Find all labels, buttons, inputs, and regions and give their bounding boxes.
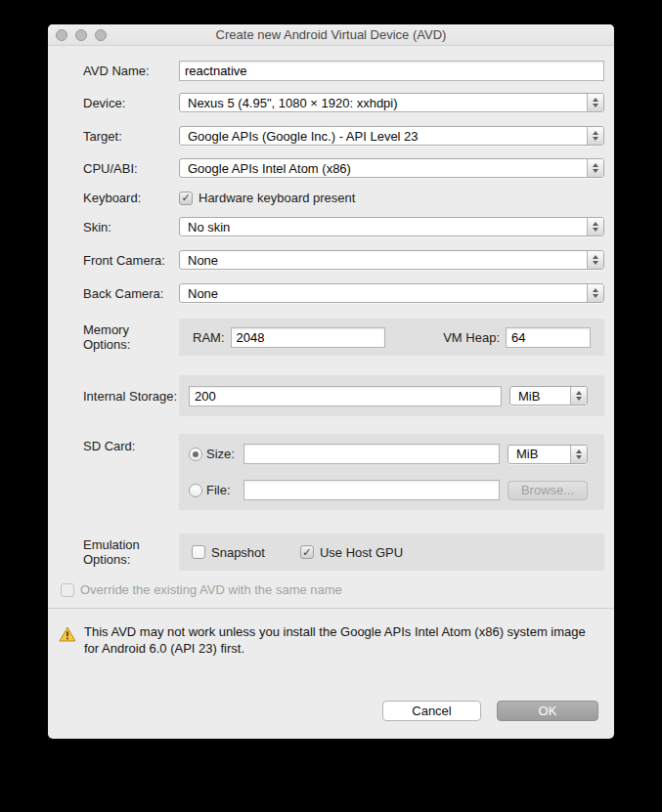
hardware-keyboard-checkbox-label: Hardware keyboard present	[199, 191, 355, 205]
internal-storage-label: Internal Storage:	[48, 389, 179, 404]
snapshot-group: Snapshot	[192, 545, 265, 560]
sd-size-unit-value: MiB	[508, 447, 570, 461]
chevron-updown-icon	[587, 159, 603, 177]
titlebar[interactable]: Create new Android Virtual Device (AVD)	[48, 24, 614, 46]
target-select-value: Google APIs (Google Inc.) - API Level 23	[180, 129, 587, 144]
device-row: Device: Nexus 5 (4.95", 1080 × 1920: xxh…	[48, 93, 614, 112]
back-camera-control: None	[179, 283, 604, 303]
cpu-abi-select[interactable]: Google APIs Intel Atom (x86)	[179, 158, 604, 178]
chevron-updown-icon	[587, 127, 603, 145]
avd-name-label: AVD Name:	[48, 64, 179, 78]
emulation-options-row: Emulation Options: Snapshot Use Host GPU	[48, 534, 614, 571]
sd-card-panel: Size: MiB File: Browse...	[179, 434, 604, 510]
snapshot-checkbox[interactable]	[192, 545, 205, 559]
skin-row: Skin: No skin	[48, 217, 614, 236]
minimize-window-icon[interactable]	[75, 29, 87, 41]
internal-storage-unit-value: MiB	[510, 389, 570, 404]
sd-card-row: SD Card: Size: MiB File:	[48, 434, 614, 510]
target-row: Target: Google APIs (Google Inc.) - API …	[48, 126, 614, 146]
front-camera-control: None	[179, 250, 604, 270]
ok-button[interactable]: OK	[497, 701, 598, 721]
dialog-buttons: Cancel OK	[48, 701, 614, 739]
vm-heap-input[interactable]	[506, 327, 591, 348]
vm-heap-label: VM Heap:	[443, 330, 500, 345]
keyboard-control: Hardware keyboard present	[179, 191, 604, 205]
back-camera-label: Back Camera:	[48, 286, 179, 301]
ram-group: RAM:	[193, 327, 385, 348]
snapshot-checkbox-label: Snapshot	[211, 545, 265, 560]
sd-size-radio[interactable]	[189, 448, 202, 461]
skin-label: Skin:	[48, 220, 179, 235]
chevron-updown-icon	[587, 94, 603, 111]
sd-size-label: Size:	[206, 447, 243, 461]
browse-button[interactable]: Browse...	[508, 481, 588, 500]
warning-block: This AVD may not work unless you install…	[48, 617, 614, 658]
sd-size-input[interactable]	[243, 444, 500, 464]
back-camera-row: Back Camera: None	[48, 283, 614, 303]
chevron-updown-icon	[570, 446, 587, 463]
sd-file-input[interactable]	[243, 480, 500, 500]
front-camera-select-value: None	[180, 253, 587, 268]
avd-dialog-window: Create new Android Virtual Device (AVD) …	[48, 24, 614, 739]
ram-input[interactable]	[231, 327, 385, 348]
ram-label: RAM:	[193, 330, 225, 345]
sd-size-row: Size: MiB	[189, 444, 595, 464]
keyboard-label: Keyboard:	[48, 191, 179, 205]
sd-size-unit-select[interactable]: MiB	[508, 445, 588, 464]
sd-card-control: Size: MiB File: Browse...	[179, 434, 604, 510]
front-camera-select[interactable]: None	[179, 250, 604, 270]
chevron-updown-icon	[570, 387, 587, 405]
use-host-gpu-checkbox[interactable]	[300, 545, 314, 559]
chevron-updown-icon	[587, 218, 603, 235]
traffic-lights	[56, 29, 107, 41]
skin-select[interactable]: No skin	[179, 217, 604, 236]
divider	[48, 608, 614, 609]
cpu-abi-select-value: Google APIs Intel Atom (x86)	[180, 161, 587, 176]
device-label: Device:	[48, 96, 179, 110]
avd-name-row: AVD Name:	[48, 61, 614, 81]
avd-name-control	[179, 61, 604, 81]
internal-storage-control: MiB	[179, 375, 604, 416]
sd-card-label: SD Card:	[48, 434, 179, 453]
front-camera-row: Front Camera: None	[48, 250, 614, 270]
override-checkbox[interactable]	[61, 583, 74, 597]
vm-heap-group: VM Heap:	[443, 327, 591, 348]
cpu-abi-control: Google APIs Intel Atom (x86)	[179, 158, 604, 178]
warning-text: This AVD may not work unless you install…	[84, 624, 598, 658]
internal-storage-row: Internal Storage: MiB	[48, 375, 614, 416]
chevron-updown-icon	[587, 251, 603, 269]
override-row: Override the existing AVD with the same …	[48, 582, 614, 597]
internal-storage-input[interactable]	[189, 386, 502, 406]
memory-options-panel: RAM: VM Heap:	[179, 319, 604, 356]
override-checkbox-label: Override the existing AVD with the same …	[80, 582, 342, 597]
internal-storage-unit-select[interactable]: MiB	[509, 386, 588, 406]
emulation-options-control: Snapshot Use Host GPU	[179, 534, 604, 571]
use-host-gpu-checkbox-label: Use Host GPU	[320, 545, 403, 560]
front-camera-label: Front Camera:	[48, 253, 179, 268]
warning-icon	[59, 626, 76, 642]
back-camera-select[interactable]: None	[179, 283, 604, 303]
zoom-window-icon[interactable]	[95, 29, 107, 41]
dialog-content: AVD Name: Device: Nexus 5 (4.95", 1080 ×…	[48, 46, 614, 739]
device-select-value: Nexus 5 (4.95", 1080 × 1920: xxhdpi)	[180, 96, 587, 110]
chevron-updown-icon	[587, 284, 603, 302]
emulation-options-label: Emulation Options:	[48, 537, 179, 567]
sd-file-row: File: Browse...	[189, 480, 595, 500]
avd-name-input[interactable]	[179, 61, 604, 81]
memory-options-label: Memory Options:	[48, 322, 179, 352]
hardware-keyboard-checkbox[interactable]	[179, 192, 193, 205]
back-camera-select-value: None	[180, 286, 587, 301]
sd-file-radio[interactable]	[189, 484, 202, 497]
skin-control: No skin	[179, 217, 604, 236]
use-host-gpu-group: Use Host GPU	[300, 545, 403, 560]
device-select[interactable]: Nexus 5 (4.95", 1080 × 1920: xxhdpi)	[179, 93, 604, 112]
skin-select-value: No skin	[180, 220, 587, 235]
close-window-icon[interactable]	[56, 29, 67, 41]
window-title: Create new Android Virtual Device (AVD)	[216, 27, 447, 42]
cancel-button[interactable]: Cancel	[382, 701, 481, 721]
device-control: Nexus 5 (4.95", 1080 × 1920: xxhdpi)	[179, 93, 604, 112]
sd-file-label: File:	[206, 483, 243, 497]
emulation-options-panel: Snapshot Use Host GPU	[179, 534, 604, 571]
memory-options-control: RAM: VM Heap:	[179, 319, 604, 356]
target-select[interactable]: Google APIs (Google Inc.) - API Level 23	[179, 126, 604, 146]
